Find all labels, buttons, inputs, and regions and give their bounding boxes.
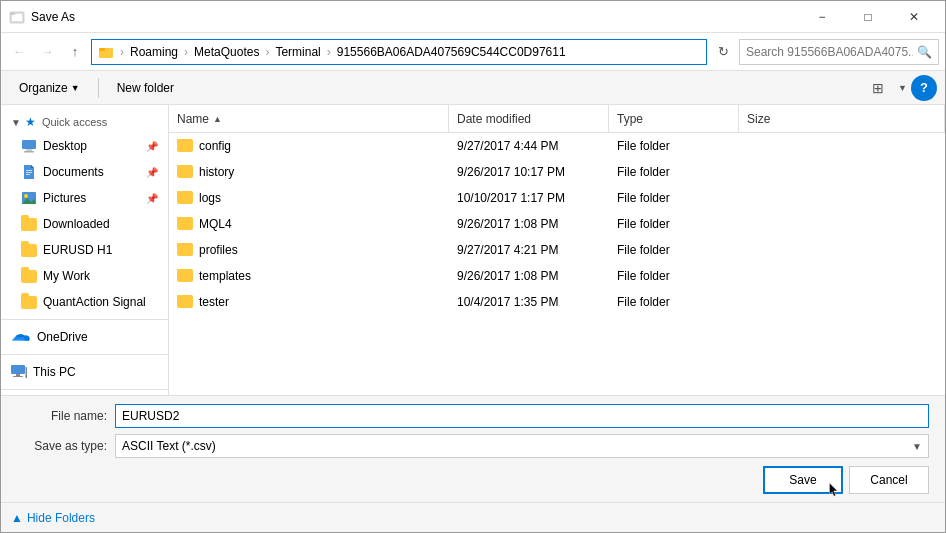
select-chevron-icon: ▼ <box>912 441 922 452</box>
sidebar-item-thispc[interactable]: This PC <box>1 359 168 385</box>
downloaded-folder-icon <box>21 218 37 231</box>
type-cell: File folder <box>609 217 739 231</box>
new-folder-label: New folder <box>117 81 174 95</box>
search-box[interactable]: 🔍 <box>739 39 939 65</box>
onedrive-icon <box>11 330 31 344</box>
sidebar-item-downloaded[interactable]: Downloaded <box>1 211 168 237</box>
toolbar: Organize ▼ New folder ⊞ ▼ ? <box>1 71 945 105</box>
date-cell: 9/27/2017 4:21 PM <box>449 243 609 257</box>
file-name-input[interactable] <box>115 404 929 428</box>
sidebar-item-quantaction-label: QuantAction Signal <box>43 295 146 309</box>
sidebar-item-pictures[interactable]: Pictures 📌 <box>1 185 168 211</box>
minimize-button[interactable]: − <box>799 1 845 33</box>
file-name-row: File name: <box>17 404 929 428</box>
hide-folders-bar[interactable]: ▲ Hide Folders <box>1 502 945 532</box>
folder-icon-row <box>177 295 193 308</box>
svg-rect-14 <box>11 365 25 374</box>
pin-icon-desktop: 📌 <box>146 141 158 152</box>
table-row[interactable]: logs 10/10/2017 1:17 PM File folder <box>169 185 945 211</box>
address-path[interactable]: › Roaming › MetaQuotes › Terminal › 9155… <box>91 39 707 65</box>
save-as-type-select[interactable]: ASCII Text (*.csv) ▼ <box>115 434 929 458</box>
close-button[interactable]: ✕ <box>891 1 937 33</box>
col-type-label: Type <box>617 112 643 126</box>
new-folder-button[interactable]: New folder <box>107 76 184 100</box>
svg-rect-7 <box>24 151 34 153</box>
table-row[interactable]: history 9/26/2017 10:17 PM File folder <box>169 159 945 185</box>
folder-icon-row <box>177 243 193 256</box>
up-button[interactable]: ↑ <box>63 40 87 64</box>
quick-access-label: Quick access <box>42 116 107 128</box>
main-content: ▼ ★ Quick access Desktop 📌 <box>1 105 945 395</box>
table-row[interactable]: templates 9/26/2017 1:08 PM File folder <box>169 263 945 289</box>
sidebar-item-documents[interactable]: Documents 📌 <box>1 159 168 185</box>
path-separator-1: › <box>120 45 124 59</box>
sidebar-item-onedrive[interactable]: OneDrive <box>1 324 168 350</box>
type-cell: File folder <box>609 269 739 283</box>
path-part-metaquotes: MetaQuotes <box>194 45 259 59</box>
title-bar-controls: − □ ✕ <box>799 1 937 33</box>
type-cell: File folder <box>609 191 739 205</box>
date-cell: 9/27/2017 4:44 PM <box>449 139 609 153</box>
sidebar-item-thispc-label: This PC <box>33 365 76 379</box>
col-name-label: Name <box>177 112 209 126</box>
organize-button[interactable]: Organize ▼ <box>9 76 90 100</box>
col-header-size[interactable]: Size <box>739 105 945 132</box>
cancel-label: Cancel <box>870 473 907 487</box>
back-button[interactable]: ← <box>7 40 31 64</box>
hide-folders-arrow-icon: ▲ <box>11 511 23 525</box>
table-row[interactable]: MQL4 9/26/2017 1:08 PM File folder <box>169 211 945 237</box>
col-header-type[interactable]: Type <box>609 105 739 132</box>
save-as-type-label: Save as type: <box>17 439 107 453</box>
sidebar-item-eurusd-label: EURUSD H1 <box>43 243 112 257</box>
svg-rect-16 <box>13 376 23 377</box>
svg-rect-9 <box>26 172 32 173</box>
table-row[interactable]: profiles 9/27/2017 4:21 PM File folder <box>169 237 945 263</box>
svg-rect-5 <box>22 140 36 149</box>
path-part-terminal: Terminal <box>275 45 320 59</box>
file-name-cell: tester <box>199 295 229 309</box>
save-label: Save <box>789 473 816 487</box>
pictures-icon <box>21 190 37 206</box>
quick-access-header[interactable]: ▼ ★ Quick access <box>1 109 168 133</box>
sidebar-item-my-work-label: My Work <box>43 269 90 283</box>
table-row[interactable]: tester 10/4/2017 1:35 PM File folder <box>169 289 945 315</box>
path-separator-4: › <box>327 45 331 59</box>
col-header-name[interactable]: Name ▲ <box>169 105 449 132</box>
eurusd-folder-icon <box>21 244 37 257</box>
sort-asc-icon: ▲ <box>213 114 222 124</box>
desktop-icon <box>21 138 37 154</box>
date-cell: 10/10/2017 1:17 PM <box>449 191 609 205</box>
file-rows-container: config 9/27/2017 4:44 PM File folder his… <box>169 133 945 315</box>
forward-button[interactable]: → <box>35 40 59 64</box>
maximize-button[interactable]: □ <box>845 1 891 33</box>
sidebar-item-desktop[interactable]: Desktop 📌 <box>1 133 168 159</box>
toolbar-separator <box>98 78 99 98</box>
folder-icon-row <box>177 269 193 282</box>
col-header-date[interactable]: Date modified <box>449 105 609 132</box>
sidebar-item-quantaction[interactable]: QuantAction Signal <box>1 289 168 315</box>
type-cell: File folder <box>609 295 739 309</box>
save-button[interactable]: Save <box>763 466 843 494</box>
path-separator-3: › <box>265 45 269 59</box>
sidebar-divider-2 <box>1 354 168 355</box>
cancel-button[interactable]: Cancel <box>849 466 929 494</box>
bottom-section: File name: Save as type: ASCII Text (*.c… <box>1 395 945 502</box>
folder-icon <box>98 44 114 60</box>
sidebar-item-my-work[interactable]: My Work <box>1 263 168 289</box>
file-name-cell: MQL4 <box>199 217 232 231</box>
svg-rect-8 <box>26 170 32 171</box>
type-cell: File folder <box>609 243 739 257</box>
folder-icon-row <box>177 165 193 178</box>
search-input[interactable] <box>746 45 913 59</box>
view-options-button[interactable]: ⊞ <box>862 76 894 100</box>
sidebar-item-eurusd[interactable]: EURUSD H1 <box>1 237 168 263</box>
help-button[interactable]: ? <box>911 75 937 101</box>
path-part-roaming: Roaming <box>130 45 178 59</box>
date-cell: 10/4/2017 1:35 PM <box>449 295 609 309</box>
refresh-button[interactable]: ↻ <box>711 40 735 64</box>
thispc-icon <box>11 364 27 380</box>
svg-rect-4 <box>99 48 105 51</box>
table-row[interactable]: config 9/27/2017 4:44 PM File folder <box>169 133 945 159</box>
quick-access-section: ▼ ★ Quick access Desktop 📌 <box>1 109 168 315</box>
address-bar: ← → ↑ › Roaming › MetaQuotes › Terminal … <box>1 33 945 71</box>
